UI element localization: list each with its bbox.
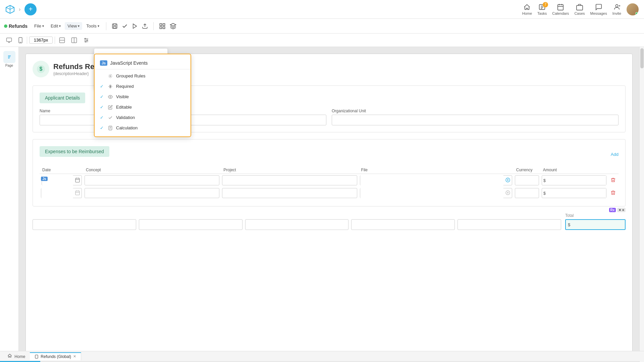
date-input-2[interactable] — [41, 188, 73, 198]
tools-menu-button[interactable]: Tools ▾ — [84, 22, 102, 30]
amount-input-2[interactable] — [547, 188, 606, 198]
export-toolbar-button[interactable] — [141, 22, 149, 31]
table-row: Js — [40, 174, 619, 187]
sidebar-page-item[interactable]: Page — [3, 51, 15, 67]
formula-badge[interactable]: ✕ ≡ — [617, 208, 626, 212]
svg-rect-49 — [75, 191, 79, 195]
settings-design-button[interactable] — [81, 36, 91, 45]
editable-item[interactable]: ✓ Editable — [95, 102, 191, 112]
add-file-button-1[interactable] — [504, 176, 512, 185]
check-toolbar-button[interactable] — [120, 22, 129, 31]
design-divider-1 — [27, 37, 27, 44]
nav-home-item[interactable]: Home — [522, 3, 532, 15]
grouped-rules-item[interactable]: Grouped Rules — [95, 71, 191, 81]
split-v-button[interactable] — [69, 36, 79, 45]
nav-invite-item[interactable]: Invite — [612, 3, 621, 15]
svg-rect-37 — [8, 56, 10, 56]
extra-fields-row — [33, 219, 561, 230]
save-toolbar-button[interactable] — [110, 22, 119, 31]
calendar-button-1[interactable] — [73, 176, 82, 185]
desktop-view-button[interactable] — [4, 36, 14, 45]
expenses-section: Expenses to be Reimbursed Add Date Conce… — [33, 139, 626, 206]
edit-menu-button[interactable]: Edit ▾ — [48, 22, 63, 30]
svg-text:$: $ — [40, 66, 43, 72]
nav-cases-item[interactable]: Cases — [574, 3, 585, 15]
nav-home-label: Home — [522, 11, 532, 15]
concept-cell-1 — [83, 174, 221, 187]
svg-point-33 — [85, 38, 86, 39]
home-nav-icon — [523, 3, 531, 11]
svg-rect-19 — [163, 26, 165, 28]
user-avatar[interactable] — [627, 3, 639, 15]
delete-row-1-button[interactable] — [609, 176, 617, 185]
calendar-button-2[interactable] — [73, 189, 82, 198]
file-input-1[interactable] — [360, 175, 504, 185]
nav-calendars-item[interactable]: Calendars — [552, 3, 569, 15]
save-icon — [112, 23, 118, 29]
amount-wrapper-1: $ — [542, 175, 606, 185]
page-sidebar-icon[interactable] — [3, 51, 15, 63]
expenses-header-row-tr: Date Concept Project File Currency Amoun… — [40, 166, 619, 174]
design-divider-2 — [55, 37, 55, 44]
nav-tasks-item[interactable]: 7 Tasks — [537, 3, 547, 15]
mobile-view-button[interactable] — [16, 36, 25, 45]
extra-field-1[interactable] — [33, 219, 136, 230]
svg-point-34 — [87, 40, 88, 41]
play-toolbar-button[interactable] — [130, 22, 139, 31]
add-expense-button[interactable]: Add — [611, 152, 619, 157]
currency-input-2[interactable] — [515, 188, 539, 198]
close-refunds-tab-button[interactable]: ✕ — [73, 354, 76, 359]
layers-toolbar-button[interactable] — [168, 21, 178, 31]
amount-wrapper-2: $ — [542, 188, 606, 198]
file-input-2[interactable] — [360, 188, 504, 198]
org-unit-input[interactable] — [332, 115, 619, 125]
calculation-label: Calculation — [116, 125, 138, 130]
total-amount-input[interactable] — [572, 222, 625, 227]
file-menu-button[interactable]: File ▾ — [32, 22, 47, 30]
split-h-button[interactable] — [57, 36, 67, 45]
required-item[interactable]: ✓ Required — [95, 81, 191, 92]
trash-icon-2 — [610, 190, 616, 195]
editable-check: ✓ — [100, 105, 105, 110]
scrollbar-thumb[interactable] — [640, 48, 644, 68]
nav-messages-item[interactable]: Messages — [590, 3, 607, 15]
svg-rect-38 — [8, 57, 10, 57]
grid-toolbar-button[interactable] — [158, 21, 167, 31]
trash-icon-1 — [610, 177, 616, 183]
extra-field-4[interactable] — [351, 219, 455, 230]
calculation-item[interactable]: ✓ Calculation — [95, 123, 191, 133]
amount-input-1[interactable] — [547, 176, 606, 185]
view-menu-button[interactable]: View ▾ — [65, 22, 82, 30]
amount-cell-1: $ — [540, 174, 608, 187]
bottom-bar-wrapper: Home Refunds (Global) ✕ — [0, 351, 644, 362]
delete-row-2-button[interactable] — [609, 189, 617, 198]
calendars-nav-icon — [557, 3, 564, 11]
visible-icon — [108, 95, 113, 99]
checkmark-icon — [122, 23, 128, 29]
bottom-home-tab[interactable]: Home — [3, 352, 30, 360]
svg-rect-18 — [160, 26, 162, 28]
extra-field-5[interactable] — [458, 219, 561, 230]
project-input-1[interactable] — [222, 175, 357, 185]
required-check: ✓ — [100, 84, 105, 89]
add-file-button-2[interactable] — [504, 189, 512, 198]
width-input[interactable]: 1367px — [29, 37, 53, 44]
concept-input-2[interactable] — [85, 188, 219, 198]
concept-input-1[interactable] — [85, 175, 219, 185]
editable-icon — [108, 105, 113, 110]
bottom-home-icon — [7, 353, 12, 358]
project-input-2[interactable] — [222, 188, 357, 198]
extra-field-2[interactable] — [139, 219, 243, 230]
right-scrollbar[interactable] — [639, 47, 644, 362]
file-menu-arrow: ▾ — [42, 24, 44, 28]
extra-field-3[interactable] — [245, 219, 349, 230]
validation-item[interactable]: ✓ Validation — [95, 112, 191, 123]
svg-rect-8 — [577, 5, 583, 10]
currency-input-1[interactable] — [515, 175, 539, 185]
refunds-tab[interactable]: Refunds (Global) ✕ — [30, 352, 81, 360]
bottom-home-label: Home — [14, 354, 25, 359]
visible-item[interactable]: ✓ Visible — [95, 92, 191, 102]
validation-icon — [108, 115, 113, 120]
new-item-button[interactable]: + — [24, 3, 37, 15]
svg-marker-20 — [170, 23, 176, 26]
